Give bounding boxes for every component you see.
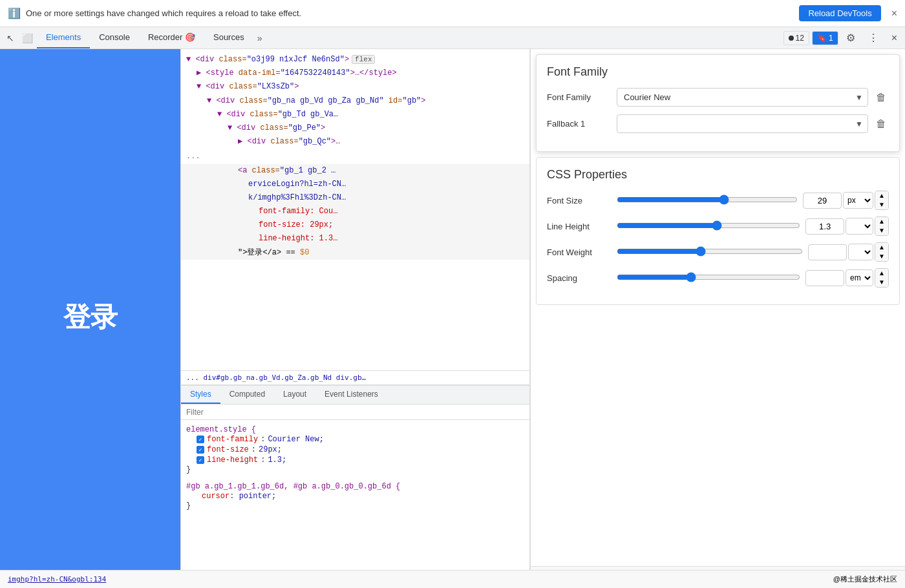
font-family-select-wrap: Courier New ▼ bbox=[617, 88, 868, 107]
dom-line[interactable]: ▶ <div class="gb_Qc">… bbox=[181, 135, 529, 149]
font-weight-input[interactable] bbox=[808, 244, 847, 260]
dom-line-prop1[interactable]: font-family: Cou… bbox=[181, 205, 529, 218]
spacing-stepper: ▲ ▼ bbox=[875, 268, 889, 288]
dom-line-href[interactable]: erviceLogin?hl=zh-CN… bbox=[181, 178, 529, 191]
tab-layout[interactable]: Layout bbox=[274, 386, 315, 404]
font-size-slider-wrap bbox=[617, 194, 798, 207]
checkbox-font-size[interactable]: ✓ bbox=[197, 446, 204, 454]
dom-line[interactable]: ▼ <div class="gb_Pe"> bbox=[181, 121, 529, 135]
filter-input[interactable] bbox=[186, 408, 524, 417]
device-icon[interactable]: ⬜ bbox=[18, 28, 37, 48]
css-props-title: CSS Properties bbox=[547, 168, 889, 182]
font-size-decrement-button[interactable]: ▼ bbox=[875, 200, 888, 209]
style-prop-font-size[interactable]: ✓ font-size: 29px; bbox=[186, 445, 524, 455]
font-weight-input-wrap: px ▲ ▼ bbox=[808, 242, 889, 262]
line-height-increment-button[interactable]: ▲ bbox=[875, 217, 888, 226]
tab-event-listeners[interactable]: Event Listeners bbox=[315, 386, 387, 404]
dom-line[interactable]: ▼ <div class="LX3sZb"> bbox=[181, 80, 529, 94]
webpage-preview: 登录 bbox=[0, 49, 181, 585]
rule-selector: element.style { bbox=[186, 425, 524, 434]
tab-elements[interactable]: Elements bbox=[37, 27, 90, 48]
checkbox-font-family[interactable]: ✓ bbox=[197, 436, 204, 443]
error-icon: 🔖 bbox=[817, 34, 827, 43]
font-weight-increment-button[interactable]: ▲ bbox=[875, 243, 888, 252]
font-family-select[interactable]: Courier New bbox=[617, 88, 868, 107]
delete-fallback1-button[interactable]: 🗑 bbox=[873, 117, 889, 131]
tab-recorder[interactable]: Recorder 🎯 bbox=[139, 27, 204, 48]
more-options-icon[interactable]: ⋮ bbox=[863, 28, 884, 48]
style-prop-cursor: cursor: pointer; bbox=[186, 491, 524, 501]
font-size-slider[interactable] bbox=[617, 194, 798, 205]
dom-ellipsis: ... bbox=[181, 149, 529, 163]
styles-tab-bar: Styles Computed Layout Event Listeners bbox=[181, 386, 529, 404]
close-devtools-button[interactable]: × bbox=[886, 28, 902, 48]
main-layout: 登录 ▼ <div class="o3j99 n1xJcf Ne6nSd">fl… bbox=[0, 49, 905, 585]
line-height-row: Line Height pxem ▲ ▼ bbox=[547, 216, 889, 236]
reload-devtools-button[interactable]: Reload DevTools bbox=[799, 5, 880, 21]
more-tabs-icon[interactable]: » bbox=[253, 28, 266, 48]
font-size-input[interactable] bbox=[803, 193, 842, 209]
spacing-increment-button[interactable]: ▲ bbox=[875, 269, 888, 278]
dom-tree[interactable]: ▼ <div class="o3j99 n1xJcf Ne6nSd">flex … bbox=[181, 49, 529, 370]
login-text: 登录 bbox=[63, 299, 118, 335]
font-weight-unit-select[interactable]: px bbox=[848, 244, 873, 260]
style-prop-font-family[interactable]: ✓ font-family: Courier New; bbox=[186, 434, 524, 445]
dom-line-closing[interactable]: ">登录</a> == $0 bbox=[181, 246, 529, 260]
style-prop-line-height[interactable]: ✓ line-height: 1.3; bbox=[186, 455, 524, 465]
tab-console[interactable]: Console bbox=[90, 27, 139, 48]
devtools-tab-bar: ↖ ⬜ Elements Console Recorder 🎯 Sources … bbox=[0, 27, 905, 49]
rule-close: } bbox=[186, 465, 524, 474]
dom-line[interactable]: ▼ <div class="o3j99 n1xJcf Ne6nSd">flex bbox=[181, 53, 529, 67]
font-size-increment-button[interactable]: ▲ bbox=[875, 191, 888, 200]
style-rule-element: element.style { ✓ font-family: Courier N… bbox=[181, 424, 529, 476]
notification-message: One or more settings have changed which … bbox=[26, 8, 301, 18]
console-messages-badge[interactable]: 12 bbox=[783, 31, 809, 45]
spacing-input[interactable] bbox=[805, 270, 844, 286]
line-height-unit-select[interactable]: pxem bbox=[846, 218, 873, 235]
dom-line-prop3[interactable]: line-height: 1.3… bbox=[181, 232, 529, 246]
fallback1-select[interactable] bbox=[617, 114, 868, 133]
line-height-label: Line Height bbox=[547, 222, 612, 231]
dom-line[interactable]: ▶ <style data-iml="1647532240143">…</sty… bbox=[181, 67, 529, 80]
dom-line-href2[interactable]: k/imghp%3Fhl%3Dzh-CN… bbox=[181, 191, 529, 205]
font-size-label: Font Size bbox=[547, 196, 612, 205]
dom-line[interactable]: ▼ <div class="gb_na gb_Vd gb_Za gb_Nd" i… bbox=[181, 94, 529, 108]
dom-line-prop2[interactable]: font-size: 29px; bbox=[181, 218, 529, 232]
font-family-popup: Font Family Font Family Courier New ▼ 🗑 … bbox=[536, 54, 900, 152]
spacing-slider-wrap bbox=[617, 272, 800, 284]
spacing-slider[interactable] bbox=[617, 272, 800, 282]
console-errors-badge[interactable]: 🔖 1 bbox=[812, 31, 838, 45]
line-height-input[interactable] bbox=[805, 218, 844, 235]
link-url[interactable]: imghp?hl=zh-CN&ogbl:134 bbox=[8, 575, 106, 583]
css-properties-panel: CSS Properties Font Size pxemrem ▲ ▼ bbox=[536, 157, 900, 305]
notification-close-icon[interactable]: × bbox=[891, 8, 897, 19]
info-icon: ℹ️ bbox=[8, 7, 21, 19]
line-height-decrement-button[interactable]: ▼ bbox=[875, 226, 888, 235]
spacing-row: Spacing empx ▲ ▼ bbox=[547, 268, 889, 288]
dom-panel: ▼ <div class="o3j99 n1xJcf Ne6nSd">flex … bbox=[181, 49, 530, 585]
dom-line[interactable]: ▼ <div class="gb_Td gb_Va… bbox=[181, 108, 529, 121]
dom-line-anchor[interactable]: <a class="gb_1 gb_2 … bbox=[181, 164, 529, 178]
font-weight-row: Font Weight px ▲ ▼ bbox=[547, 242, 889, 262]
status-bar: imghp?hl=zh-CN&ogbl:134 @稀土掘金技术社区 bbox=[0, 570, 905, 588]
spacing-unit-select[interactable]: empx bbox=[846, 269, 873, 286]
line-height-slider-wrap bbox=[617, 220, 800, 233]
tab-styles[interactable]: Styles bbox=[181, 386, 220, 404]
inspect-icon[interactable]: ↖ bbox=[3, 28, 18, 48]
font-weight-decrement-button[interactable]: ▼ bbox=[875, 252, 888, 261]
settings-gear-icon[interactable]: ⚙ bbox=[841, 28, 860, 48]
rule-close-2: } bbox=[186, 501, 524, 510]
spacing-decrement-button[interactable]: ▼ bbox=[875, 278, 888, 287]
font-weight-slider-wrap bbox=[617, 246, 803, 258]
fallback1-select-wrap: ▼ bbox=[617, 114, 868, 133]
breadcrumb[interactable]: ... div#gb.gb_na.gb_Vd.gb_Za.gb_Nd div.g… bbox=[181, 370, 529, 385]
line-height-slider[interactable] bbox=[617, 220, 800, 231]
font-weight-slider[interactable] bbox=[617, 246, 803, 257]
dot-icon bbox=[789, 36, 794, 41]
font-size-unit-select[interactable]: pxemrem bbox=[843, 192, 873, 209]
checkbox-line-height[interactable]: ✓ bbox=[197, 456, 204, 464]
tab-sources[interactable]: Sources bbox=[204, 27, 253, 48]
tab-computed[interactable]: Computed bbox=[220, 386, 274, 404]
font-size-row: Font Size pxemrem ▲ ▼ bbox=[547, 191, 889, 210]
delete-font-family-button[interactable]: 🗑 bbox=[873, 90, 889, 105]
